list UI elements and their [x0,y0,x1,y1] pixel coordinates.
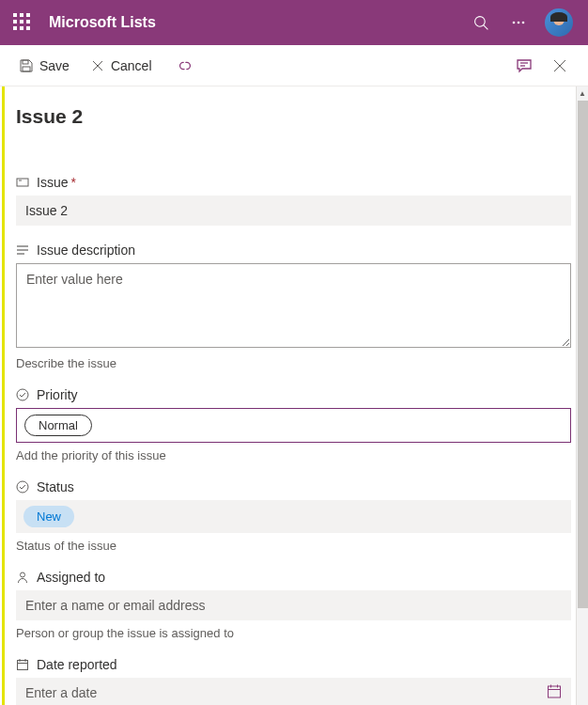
save-label: Save [39,58,70,73]
svg-rect-6 [23,67,30,71]
field-date-reported: Date reported [16,657,571,705]
form-content: Issue 2 Issue * Issue description [0,86,588,705]
svg-line-1 [483,24,487,29]
link-icon [177,59,193,72]
close-button[interactable] [545,51,575,81]
choice-icon [16,388,29,401]
required-indicator: * [70,175,75,190]
assigned-to-help: Person or group the issue is assigned to [16,626,571,640]
app-header: Microsoft Lists [0,0,588,45]
scrollbar-thumb[interactable] [578,101,588,608]
issue-input[interactable] [16,196,571,226]
page-title: Issue 2 [16,105,571,128]
cancel-button[interactable]: Cancel [85,51,158,81]
priority-select[interactable]: Normal [16,408,571,443]
toolbar: Save Cancel [0,45,588,86]
svg-point-2 [513,22,516,24]
assigned-to-label: Assigned to [16,570,571,585]
description-input[interactable] [16,263,571,348]
copy-link-button[interactable] [171,51,205,81]
app-launcher-icon[interactable] [13,13,32,32]
scrollbar[interactable]: ▲ [576,86,588,705]
status-label: Status [16,479,571,494]
priority-value: Normal [24,415,92,436]
scroll-up-icon[interactable]: ▲ [577,86,588,101]
comment-icon [516,57,533,74]
save-button[interactable]: Save [13,51,75,81]
field-issue: Issue * [16,175,571,226]
date-reported-input[interactable] [16,678,571,705]
search-icon[interactable] [466,8,496,38]
svg-rect-13 [17,179,28,186]
choice-icon [16,480,29,494]
description-help: Describe the issue [16,356,571,370]
svg-rect-21 [18,661,28,670]
svg-point-18 [17,389,28,400]
issue-label: Issue * [16,175,571,190]
person-icon [16,571,29,584]
priority-label: Priority [16,387,571,402]
cancel-label: Cancel [111,58,152,73]
text-field-icon [16,176,29,189]
calendar-icon [16,658,29,671]
save-icon [19,58,34,73]
cancel-icon [90,58,105,73]
field-status: Status New Status of the issue [16,479,571,553]
svg-rect-5 [23,60,28,64]
multiline-icon [16,243,29,257]
avatar[interactable] [545,8,573,37]
status-help: Status of the issue [16,539,571,553]
svg-point-3 [518,22,520,24]
priority-help: Add the priority of this issue [16,448,571,462]
svg-point-20 [21,572,25,577]
field-priority: Priority Normal Add the priority of this… [16,387,571,462]
field-assigned-to: Assigned to Person or group the issue is… [16,570,571,640]
svg-point-4 [522,22,525,24]
date-reported-label: Date reported [16,657,571,672]
svg-point-19 [17,481,28,493]
comments-button[interactable] [509,51,539,81]
field-description: Issue description Describe the issue [16,243,571,370]
status-value: New [23,506,74,527]
assigned-to-input[interactable] [16,590,571,620]
description-label: Issue description [16,243,571,258]
status-select[interactable]: New [16,500,571,533]
more-icon[interactable] [503,8,534,38]
app-title: Microsoft Lists [49,14,156,31]
close-icon [553,59,566,72]
